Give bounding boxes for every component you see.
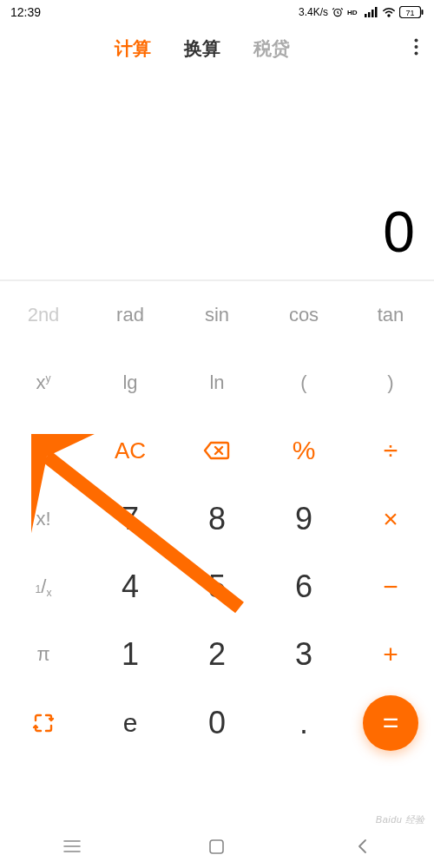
key-switch-mode[interactable]: [0, 688, 87, 756]
key-plus[interactable]: +: [347, 621, 434, 688]
key-lparen[interactable]: (: [260, 349, 347, 417]
tab-convert[interactable]: 换算: [184, 36, 220, 61]
key-backspace[interactable]: [174, 417, 260, 484]
key-2[interactable]: 2: [174, 621, 260, 688]
svg-point-11: [415, 52, 418, 56]
key-6[interactable]: 6: [260, 553, 347, 621]
android-nav-bar: [0, 825, 434, 868]
more-menu-button[interactable]: [409, 31, 424, 66]
nav-home-button[interactable]: [182, 829, 252, 864]
backspace-icon: [203, 440, 231, 461]
key-3[interactable]: 3: [260, 621, 347, 688]
svg-point-10: [415, 45, 418, 49]
signal-icon: [365, 7, 378, 17]
key-4[interactable]: 4: [87, 553, 174, 621]
status-bar: 12:39 3.4K/s HD 71: [0, 0, 434, 24]
key-0[interactable]: 0: [174, 688, 260, 756]
more-vertical-icon: [414, 38, 418, 56]
key-minus[interactable]: −: [347, 553, 434, 621]
home-icon: [209, 839, 224, 854]
tab-calculate[interactable]: 计算: [115, 36, 151, 61]
tab-bar: 计算 换算 税贷: [0, 24, 434, 73]
back-icon: [357, 838, 367, 854]
tab-tax[interactable]: 税贷: [253, 36, 290, 61]
key-7[interactable]: 7: [87, 484, 174, 552]
key-lg[interactable]: lg: [87, 349, 174, 417]
key-pi[interactable]: π: [0, 621, 87, 688]
nav-back-button[interactable]: [327, 829, 397, 864]
key-equals[interactable]: =: [347, 688, 434, 756]
svg-point-6: [388, 15, 390, 16]
key-percent[interactable]: %: [260, 417, 347, 484]
svg-rect-3: [368, 12, 371, 17]
key-factorial[interactable]: x!: [0, 484, 87, 552]
switch-icon: [31, 711, 56, 735]
alarm-icon: [332, 6, 344, 18]
key-multiply[interactable]: ×: [347, 484, 434, 552]
nav-recent-button[interactable]: [37, 829, 107, 864]
key-ac[interactable]: AC: [87, 417, 174, 484]
key-1[interactable]: 1: [87, 621, 174, 688]
display-value: 0: [383, 203, 415, 260]
key-e[interactable]: e: [87, 688, 174, 756]
key-rad[interactable]: rad: [87, 281, 174, 349]
network-speed: 3.4K/s: [299, 6, 328, 18]
status-indicators: 3.4K/s HD 71: [299, 6, 424, 18]
svg-rect-8: [422, 10, 424, 15]
svg-point-9: [415, 39, 418, 43]
key-2nd[interactable]: 2nd: [0, 281, 87, 349]
svg-rect-5: [375, 7, 378, 17]
battery-level: 71: [405, 9, 414, 17]
status-time: 12:39: [10, 5, 41, 19]
key-power[interactable]: xy: [0, 349, 87, 417]
wifi-icon: [382, 7, 396, 17]
key-9[interactable]: 9: [260, 484, 347, 552]
svg-text:HD: HD: [347, 9, 358, 16]
svg-rect-15: [210, 840, 223, 853]
key-rparen[interactable]: ): [347, 349, 434, 417]
svg-rect-4: [372, 10, 374, 17]
key-dot[interactable]: .: [260, 688, 347, 756]
battery-icon: 71: [399, 6, 424, 18]
key-ln[interactable]: ln: [174, 349, 260, 417]
key-sin[interactable]: sin: [174, 281, 260, 349]
equals-label: =: [383, 707, 399, 739]
key-reciprocal[interactable]: 1/x: [0, 553, 87, 621]
key-cos[interactable]: cos: [260, 281, 347, 349]
recent-icon: [63, 839, 81, 853]
calculator-display: 0: [0, 73, 434, 279]
key-divide[interactable]: ÷: [347, 417, 434, 484]
key-5[interactable]: 5: [174, 553, 260, 621]
svg-rect-2: [365, 14, 367, 17]
keypad: 2nd rad sin cos tan xy lg ln ( ) √x AC %…: [0, 281, 434, 825]
hd-icon: HD: [347, 7, 361, 17]
watermark: Baidu 经验: [376, 813, 425, 826]
key-8[interactable]: 8: [174, 484, 260, 552]
key-tan[interactable]: tan: [347, 281, 434, 349]
key-sqrt[interactable]: √x: [0, 417, 87, 484]
